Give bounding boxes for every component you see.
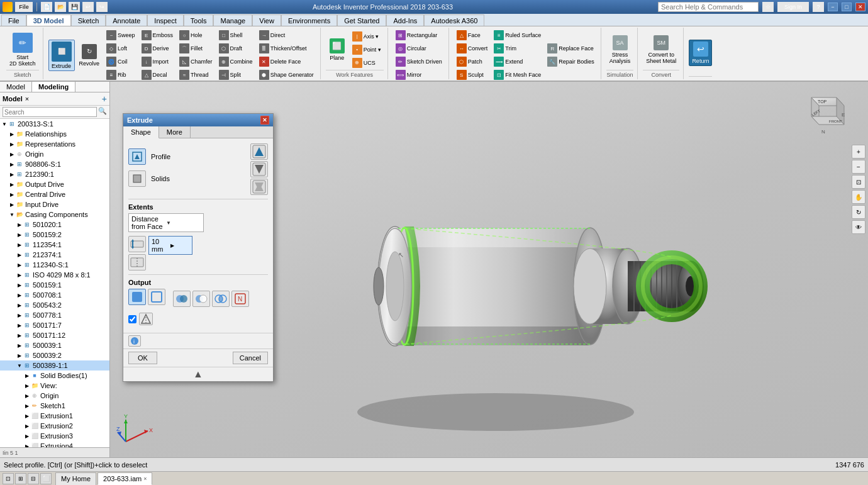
- viewport[interactable]: TOP LEFT FRONT N E + − ⊡ ✋ ↻ 👁 ↖: [110, 82, 868, 457]
- file-menu-btn[interactable]: File: [15, 2, 33, 12]
- output-surface-btn[interactable]: [148, 289, 165, 305]
- solids-btn[interactable]: [128, 170, 146, 187]
- tree-500708[interactable]: ▶ ⊞ 500708:1: [0, 290, 109, 300]
- tab-inspect[interactable]: Inspect: [147, 14, 183, 26]
- tree-view[interactable]: ▶ 📁 View:: [0, 381, 109, 391]
- shell-btn[interactable]: □ Shell: [216, 29, 255, 42]
- tab-file[interactable]: File: [1, 14, 26, 26]
- face-btn[interactable]: △ Face: [454, 29, 491, 42]
- zoom-out-btn[interactable]: −: [852, 160, 865, 174]
- combine-btn[interactable]: ⊕ Combine: [216, 55, 255, 68]
- direct-btn[interactable]: → Direct: [257, 29, 316, 42]
- search-input[interactable]: [658, 2, 759, 12]
- ifeature-btn[interactable]: i: [128, 335, 141, 347]
- orbit-btn[interactable]: ↻: [852, 205, 865, 219]
- plane-btn[interactable]: ⬜ Plane: [326, 36, 348, 63]
- thread-btn[interactable]: ≈ Thread: [177, 69, 215, 81]
- convert-btn[interactable]: ↔ Convert: [454, 42, 491, 55]
- panel-tab-model[interactable]: Model: [0, 82, 32, 92]
- tab-view[interactable]: View: [252, 14, 281, 26]
- dir-btn-2[interactable]: [250, 161, 268, 177]
- tab-my-home[interactable]: My Home: [55, 472, 96, 485]
- revolve-btn[interactable]: ↻ Revolve: [76, 42, 103, 69]
- fillet-btn[interactable]: ⌒ Fillet: [177, 42, 215, 55]
- tree-500159-2[interactable]: ▶ ⊞ 500159:2: [0, 230, 109, 240]
- decal-btn[interactable]: △ Decal: [139, 69, 176, 81]
- dir-btn-sym[interactable]: [250, 179, 268, 195]
- tree-central-drive[interactable]: ▶ 📁 Central Drive: [0, 189, 109, 199]
- tree-500039-1[interactable]: ▶ ⊞ 500039:1: [0, 340, 109, 350]
- import-btn[interactable]: ↓ Import: [139, 55, 176, 68]
- extend-btn[interactable]: ⟶ Extend: [491, 55, 543, 68]
- grid-icon-btn[interactable]: ⊞: [15, 473, 26, 484]
- rib-btn[interactable]: ≡ Rib: [104, 69, 138, 81]
- distance-value-input[interactable]: 10 mm ▶: [148, 236, 192, 255]
- star-btn[interactable]: ☆: [762, 2, 774, 12]
- tree-input-drive[interactable]: ▶ 📁 Input Drive: [0, 199, 109, 209]
- tree-500039-2[interactable]: ▶ ⊞ 500039:2: [0, 350, 109, 360]
- panel-tab-modeling[interactable]: Modeling: [32, 82, 75, 92]
- minimize-window-btn[interactable]: −: [828, 3, 838, 11]
- thicken-btn[interactable]: ≣ Thicken/Offset: [257, 42, 316, 55]
- bool-cut-btn[interactable]: [192, 291, 210, 307]
- maximize-window-btn[interactable]: □: [842, 3, 852, 11]
- ruled-surface-btn[interactable]: ≡ Ruled Surface: [491, 29, 543, 42]
- tree-extrusion3[interactable]: ▶ ⬜ Extrusion3: [0, 431, 109, 441]
- loft-btn[interactable]: ◇ Loft: [104, 42, 138, 55]
- bool-join-btn[interactable]: [173, 291, 191, 307]
- split-btn[interactable]: ⊣ Split: [216, 69, 255, 81]
- tree-212374[interactable]: ▶ ⊞ 212374:1: [0, 250, 109, 260]
- tree-extrusion1[interactable]: ▶ ⬜ Extrusion1: [0, 411, 109, 421]
- taper-icon-btn[interactable]: [139, 313, 153, 325]
- patch-btn[interactable]: ⬡ Patch: [454, 55, 491, 68]
- repair-bodies-btn[interactable]: 🔧 Repair Bodies: [545, 55, 597, 68]
- tree-sketch1[interactable]: ▶ ✏ Sketch1: [0, 401, 109, 411]
- pan-btn[interactable]: ✋: [852, 190, 865, 204]
- tree-solid-bodies[interactable]: ▶ ■ Solid Bodies(1): [0, 371, 109, 381]
- tree-casing[interactable]: ▼ 📂 Casing Components: [0, 209, 109, 220]
- hole-btn[interactable]: ○ Hole: [177, 29, 215, 42]
- help-btn[interactable]: ?: [813, 2, 824, 12]
- stress-analysis-btn[interactable]: SA StressAnalysis: [606, 33, 634, 66]
- view-cube[interactable]: TOP LEFT FRONT N E: [799, 88, 849, 138]
- tree-908806[interactable]: ▶ ⊞ 908806-S:1: [0, 159, 109, 169]
- tree-iso4029[interactable]: ▶ ⊞ ISO 4029 M8 x 8:1: [0, 270, 109, 280]
- tree-search-input[interactable]: [3, 107, 97, 117]
- sweep-btn[interactable]: ~ Sweep: [104, 29, 138, 42]
- tree-relationships[interactable]: ▶ 📁 Relationships: [0, 129, 109, 139]
- replace-face-btn[interactable]: R Replace Face: [545, 42, 597, 55]
- sculpt-btn[interactable]: S Sculpt: [454, 69, 491, 81]
- point-btn[interactable]: • Point ▾: [350, 43, 384, 56]
- zoom-fit-btn[interactable]: ⊡: [852, 175, 865, 189]
- tree-500389[interactable]: ▼ ⊞ 500389-1:1: [0, 360, 109, 371]
- tree-500543[interactable]: ▶ ⊞ 500543:2: [0, 300, 109, 310]
- model-close-btn[interactable]: ×: [25, 95, 29, 103]
- profile-btn[interactable]: [128, 148, 146, 165]
- tab-close-btn[interactable]: ×: [143, 476, 147, 482]
- tab-add-ins[interactable]: Add-Ins: [386, 14, 424, 26]
- panel-add-btn[interactable]: +: [102, 94, 107, 104]
- extrude-btn[interactable]: ⬜ Extrude: [48, 40, 75, 71]
- tab-autodesk-a360[interactable]: Autodesk A360: [424, 14, 484, 26]
- axis-btn[interactable]: | Axis ▾: [350, 30, 384, 43]
- circular-btn[interactable]: ◎ Circular: [393, 42, 445, 55]
- save-btn[interactable]: 💾: [69, 2, 80, 12]
- view-icon-btn[interactable]: ⬜: [40, 473, 52, 484]
- bool-new-body-btn[interactable]: N: [231, 291, 249, 307]
- tree-extrusion4[interactable]: ▶ ⬜ Extrusion4: [0, 441, 109, 447]
- tab-tools[interactable]: Tools: [184, 14, 214, 26]
- look-btn[interactable]: 👁: [852, 220, 865, 234]
- tab-annotate[interactable]: Annotate: [106, 14, 147, 26]
- close-window-btn[interactable]: ✕: [855, 3, 865, 11]
- dialog-minimize-btn[interactable]: ▲: [123, 367, 273, 381]
- output-solid-btn[interactable]: [128, 289, 146, 305]
- undo-btn[interactable]: ↩: [82, 2, 94, 12]
- start-2d-sketch-btn[interactable]: ✏ Start2D Sketch: [6, 31, 39, 69]
- tree-212390[interactable]: ▶ ⊞ 212390:1: [0, 169, 109, 179]
- tab-203-633[interactable]: 203-633.iam ×: [97, 472, 152, 485]
- new-btn[interactable]: 📄: [41, 2, 52, 12]
- tab-environments[interactable]: Environments: [281, 14, 337, 26]
- chamfer-btn[interactable]: ◺ Chamfer: [177, 55, 215, 68]
- layout-icon-btn[interactable]: ⊡: [3, 473, 14, 484]
- convert-sheet-metal-btn[interactable]: SM Convert toSheet Metal: [643, 33, 679, 66]
